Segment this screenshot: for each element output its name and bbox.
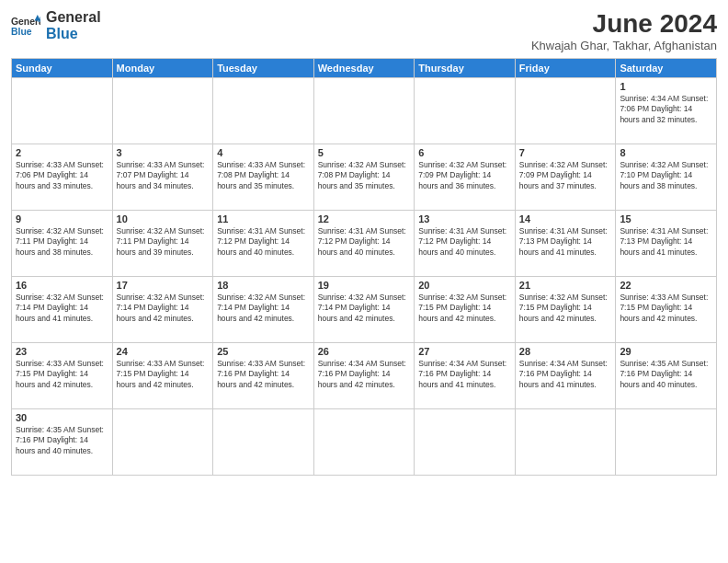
table-row: 5Sunrise: 4:32 AM Sunset: 7:08 PM Daylig… [313,144,415,211]
table-row: 23Sunrise: 4:33 AM Sunset: 7:15 PM Dayli… [12,343,113,409]
table-row [313,78,415,144]
table-row [313,409,415,476]
table-row: 22Sunrise: 4:33 AM Sunset: 7:15 PM Dayli… [616,277,717,343]
day-info: Sunrise: 4:32 AM Sunset: 7:11 PM Dayligh… [117,226,210,258]
day-number: 28 [519,346,612,357]
table-row [213,78,314,144]
table-row: 20Sunrise: 4:32 AM Sunset: 7:15 PM Dayli… [415,277,516,343]
day-info: Sunrise: 4:33 AM Sunset: 7:07 PM Dayligh… [117,160,210,191]
day-info: Sunrise: 4:32 AM Sunset: 7:08 PM Dayligh… [318,160,411,191]
table-row: 19Sunrise: 4:32 AM Sunset: 7:14 PM Dayli… [313,277,415,343]
day-info: Sunrise: 4:32 AM Sunset: 7:15 PM Dayligh… [519,293,612,324]
day-number: 11 [217,213,310,224]
table-row: 11Sunrise: 4:31 AM Sunset: 7:12 PM Dayli… [213,211,314,277]
table-row: 16Sunrise: 4:32 AM Sunset: 7:14 PM Dayli… [12,277,113,343]
col-sunday: Sunday [12,59,113,78]
calendar-title: June 2024 [531,9,717,39]
calendar-subtitle: Khwajah Ghar, Takhar, Afghanistan [531,39,717,52]
day-number: 24 [117,346,210,357]
day-info: Sunrise: 4:32 AM Sunset: 7:09 PM Dayligh… [519,160,612,191]
col-thursday: Thursday [415,59,516,78]
day-number: 4 [217,147,310,158]
table-row [415,409,516,476]
day-number: 10 [117,213,210,224]
table-row: 28Sunrise: 4:34 AM Sunset: 7:16 PM Dayli… [515,343,616,409]
day-info: Sunrise: 4:33 AM Sunset: 7:08 PM Dayligh… [217,160,310,191]
day-number: 1 [620,81,712,92]
header: General Blue General Blue June 2024 Khwa… [11,9,717,52]
day-number: 22 [620,280,712,291]
table-row: 2Sunrise: 4:33 AM Sunset: 7:06 PM Daylig… [12,144,113,211]
day-number: 30 [16,412,108,423]
table-row: 7Sunrise: 4:32 AM Sunset: 7:09 PM Daylig… [515,144,616,211]
day-number: 13 [418,213,511,224]
day-number: 14 [519,213,612,224]
table-row: 12Sunrise: 4:31 AM Sunset: 7:12 PM Dayli… [313,211,415,277]
col-saturday: Saturday [616,59,717,78]
day-info: Sunrise: 4:34 AM Sunset: 7:16 PM Dayligh… [418,359,511,390]
calendar-header-row: Sunday Monday Tuesday Wednesday Thursday… [12,59,717,78]
day-info: Sunrise: 4:35 AM Sunset: 7:16 PM Dayligh… [16,425,108,456]
day-number: 9 [16,213,108,224]
day-number: 3 [117,147,210,158]
calendar-week-row: 2Sunrise: 4:33 AM Sunset: 7:06 PM Daylig… [12,144,717,211]
table-row [112,409,213,476]
table-row: 13Sunrise: 4:31 AM Sunset: 7:12 PM Dayli… [415,211,516,277]
table-row: 27Sunrise: 4:34 AM Sunset: 7:16 PM Dayli… [415,343,516,409]
day-info: Sunrise: 4:31 AM Sunset: 7:13 PM Dayligh… [519,226,612,258]
day-info: Sunrise: 4:32 AM Sunset: 7:11 PM Dayligh… [16,226,108,258]
col-monday: Monday [112,59,213,78]
day-info: Sunrise: 4:31 AM Sunset: 7:12 PM Dayligh… [318,226,411,258]
day-number: 5 [318,147,411,158]
table-row [515,409,616,476]
day-info: Sunrise: 4:35 AM Sunset: 7:16 PM Dayligh… [620,359,712,390]
day-info: Sunrise: 4:31 AM Sunset: 7:12 PM Dayligh… [217,226,310,258]
table-row: 9Sunrise: 4:32 AM Sunset: 7:11 PM Daylig… [12,211,113,277]
day-info: Sunrise: 4:31 AM Sunset: 7:12 PM Dayligh… [418,226,511,258]
day-info: Sunrise: 4:32 AM Sunset: 7:09 PM Dayligh… [418,160,511,191]
day-number: 2 [16,147,108,158]
table-row [515,78,616,144]
table-row: 18Sunrise: 4:32 AM Sunset: 7:14 PM Dayli… [213,277,314,343]
day-number: 25 [217,346,310,357]
day-number: 16 [16,280,108,291]
table-row: 24Sunrise: 4:33 AM Sunset: 7:15 PM Dayli… [112,343,213,409]
col-friday: Friday [515,59,616,78]
table-row: 25Sunrise: 4:33 AM Sunset: 7:16 PM Dayli… [213,343,314,409]
day-number: 27 [418,346,511,357]
calendar-week-row: 16Sunrise: 4:32 AM Sunset: 7:14 PM Dayli… [12,277,717,343]
day-number: 23 [16,346,108,357]
table-row [415,78,516,144]
day-number: 6 [418,147,511,158]
page: General Blue General Blue June 2024 Khwa… [0,0,728,563]
day-info: Sunrise: 4:32 AM Sunset: 7:14 PM Dayligh… [217,293,310,324]
generalblue-logo-icon: General Blue [11,15,40,37]
day-info: Sunrise: 4:34 AM Sunset: 7:06 PM Dayligh… [620,94,712,125]
table-row: 30Sunrise: 4:35 AM Sunset: 7:16 PM Dayli… [12,409,113,476]
day-info: Sunrise: 4:31 AM Sunset: 7:13 PM Dayligh… [620,226,712,258]
table-row: 15Sunrise: 4:31 AM Sunset: 7:13 PM Dayli… [616,211,717,277]
logo: General Blue General Blue [11,9,101,43]
table-row: 1Sunrise: 4:34 AM Sunset: 7:06 PM Daylig… [616,78,717,144]
title-block: June 2024 Khwajah Ghar, Takhar, Afghanis… [531,9,717,52]
day-info: Sunrise: 4:33 AM Sunset: 7:15 PM Dayligh… [620,293,712,324]
day-info: Sunrise: 4:33 AM Sunset: 7:16 PM Dayligh… [217,359,310,390]
logo-blue: Blue [46,26,101,42]
day-info: Sunrise: 4:33 AM Sunset: 7:15 PM Dayligh… [117,359,210,390]
day-number: 12 [318,213,411,224]
table-row: 10Sunrise: 4:32 AM Sunset: 7:11 PM Dayli… [112,211,213,277]
day-info: Sunrise: 4:33 AM Sunset: 7:06 PM Dayligh… [16,160,108,191]
day-number: 21 [519,280,612,291]
day-number: 18 [217,280,310,291]
svg-text:Blue: Blue [11,27,32,37]
day-info: Sunrise: 4:32 AM Sunset: 7:10 PM Dayligh… [620,160,712,191]
table-row [213,409,314,476]
day-number: 8 [620,147,712,158]
table-row: 8Sunrise: 4:32 AM Sunset: 7:10 PM Daylig… [616,144,717,211]
calendar-week-row: 23Sunrise: 4:33 AM Sunset: 7:15 PM Dayli… [12,343,717,409]
table-row [616,409,717,476]
table-row: 21Sunrise: 4:32 AM Sunset: 7:15 PM Dayli… [515,277,616,343]
table-row: 29Sunrise: 4:35 AM Sunset: 7:16 PM Dayli… [616,343,717,409]
calendar-week-row: 30Sunrise: 4:35 AM Sunset: 7:16 PM Dayli… [12,409,717,476]
day-number: 17 [117,280,210,291]
